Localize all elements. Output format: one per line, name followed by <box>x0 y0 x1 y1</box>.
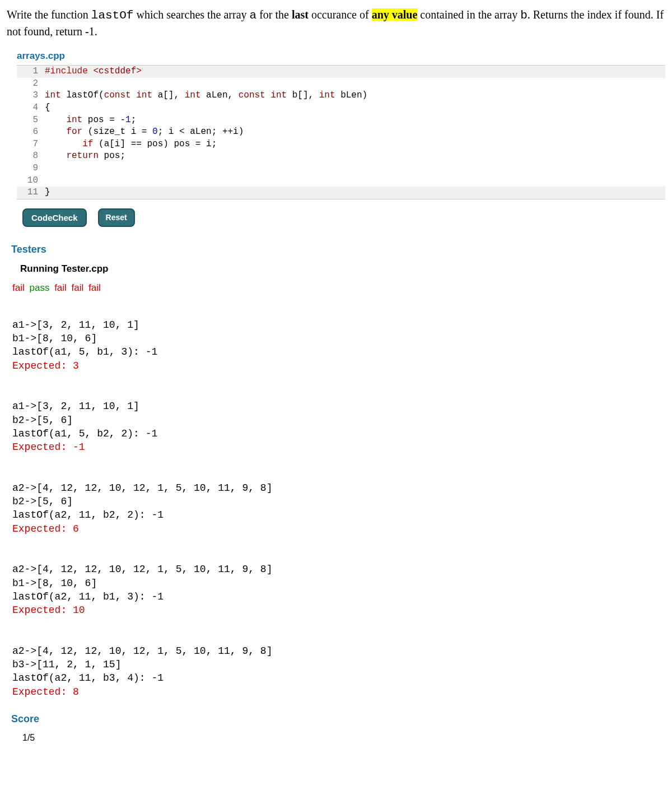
result-pass: pass <box>29 282 49 293</box>
code-line: 7 if (a[i] == pos) pos = i; <box>17 138 665 151</box>
test-case: a2->[4, 12, 12, 10, 12, 1, 5, 10, 11, 9,… <box>12 549 665 617</box>
prompt-code-lastof: lastOf <box>91 9 134 22</box>
line-number: 1 <box>17 66 44 78</box>
prompt-highlight-anyvalue: any value <box>372 8 418 21</box>
problem-prompt: Write the function lastOf which searches… <box>7 7 665 39</box>
code-line: 10 <box>17 175 665 187</box>
code-line: 1 #include <cstddef> <box>17 66 665 78</box>
prompt-text: contained in the array <box>417 8 520 21</box>
line-number: 4 <box>17 102 44 114</box>
code-line: 11 } <box>17 187 665 199</box>
line-number: 6 <box>17 126 44 138</box>
score-heading: Score <box>11 712 665 726</box>
expected-value: Expected: 10 <box>12 605 85 616</box>
code-line: 8 return pos; <box>17 150 665 162</box>
line-number: 5 <box>17 114 44 127</box>
codecheck-button[interactable]: CodeCheck <box>22 208 87 227</box>
testers-heading: Testers <box>11 243 665 257</box>
reset-button[interactable]: Reset <box>98 208 135 227</box>
result-fail: fail <box>88 282 101 293</box>
line-number: 3 <box>17 90 44 102</box>
file-name: arrays.cpp <box>17 49 665 63</box>
prompt-code-b: b <box>520 9 528 22</box>
code-line: 3 int lastOf(const int a[], int aLen, co… <box>17 90 665 102</box>
code-line: 5 int pos = -1; <box>17 114 665 127</box>
test-case: a1->[3, 2, 11, 10, 1] b2->[5, 6] lastOf(… <box>12 386 665 454</box>
prompt-code-a: a <box>250 9 257 22</box>
expected-value: Expected: -1 <box>12 442 85 453</box>
score-value: 1/5 <box>22 732 665 744</box>
test-case: a2->[4, 12, 12, 10, 12, 1, 5, 10, 11, 9,… <box>12 630 665 698</box>
result-fail: fail <box>72 282 84 293</box>
code-line: 6 for (size_t i = 0; i < aLen; ++i) <box>17 126 665 138</box>
code-editor[interactable]: 1 #include <cstddef> 2 3 int lastOf(cons… <box>17 65 665 199</box>
prompt-text: for the <box>256 8 292 21</box>
prompt-text: which searches the array <box>133 8 249 21</box>
test-results-summary: fail pass fail fail fail <box>12 281 665 295</box>
result-fail: fail <box>54 282 67 293</box>
line-number: 10 <box>17 175 44 187</box>
line-number: 9 <box>17 162 44 175</box>
prompt-text: Write the function <box>7 8 91 21</box>
running-heading: Running Tester.cpp <box>20 262 665 276</box>
code-line: 9 <box>17 162 665 175</box>
code-line: 2 <box>17 78 665 90</box>
test-case: a2->[4, 12, 12, 10, 12, 1, 5, 10, 11, 9,… <box>12 467 665 535</box>
expected-value: Expected: 6 <box>12 523 79 535</box>
test-case: a1->[3, 2, 11, 10, 1] b1->[8, 10, 6] las… <box>12 305 665 373</box>
line-number: 7 <box>17 138 44 151</box>
expected-value: Expected: 8 <box>12 686 79 698</box>
code-line: 4 { <box>17 102 665 114</box>
result-fail: fail <box>12 282 25 293</box>
line-number: 11 <box>17 187 44 199</box>
prompt-text: occurance of <box>309 8 372 21</box>
button-bar: CodeCheck Reset <box>22 208 665 227</box>
line-number: 8 <box>17 150 44 162</box>
prompt-bold-last: last <box>292 8 309 21</box>
line-number: 2 <box>17 78 44 90</box>
expected-value: Expected: 3 <box>12 360 79 371</box>
